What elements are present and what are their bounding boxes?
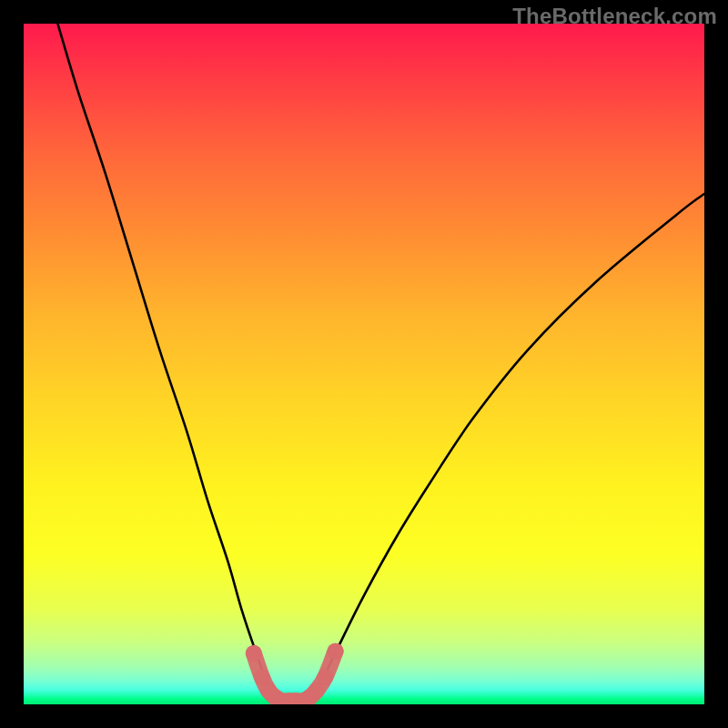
chart-frame: TheBottleneck.com (0, 0, 728, 728)
curve-layer (24, 24, 704, 704)
valley-marker (328, 643, 344, 660)
bottleneck-curve (57, 24, 704, 702)
watermark-text: TheBottleneck.com (512, 4, 717, 29)
valley-marker (246, 645, 262, 662)
valley-marker (317, 669, 333, 685)
plot-area (24, 24, 704, 704)
valley-marker (308, 682, 325, 699)
